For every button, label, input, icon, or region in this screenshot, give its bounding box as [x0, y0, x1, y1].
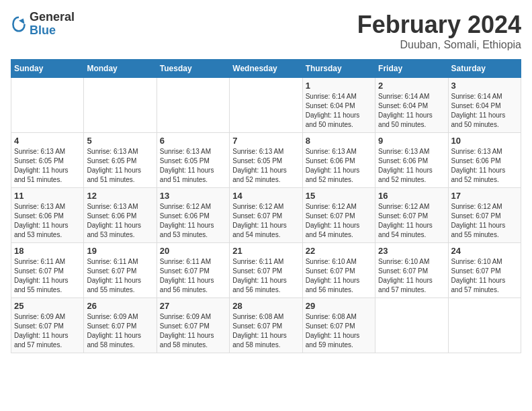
weekday-header-wednesday: Wednesday — [230, 60, 302, 78]
day-info: Sunrise: 6:13 AM Sunset: 6:06 PM Dayligh… — [87, 202, 153, 240]
weekday-header-row: SundayMondayTuesdayWednesdayThursdayFrid… — [11, 60, 521, 78]
day-info: Sunrise: 6:09 AM Sunset: 6:07 PM Dayligh… — [14, 312, 81, 350]
week-row-4: 25Sunrise: 6:09 AM Sunset: 6:07 PM Dayli… — [11, 298, 521, 353]
day-cell: 3Sunrise: 6:14 AM Sunset: 6:04 PM Daylig… — [448, 78, 521, 133]
day-info: Sunrise: 6:10 AM Sunset: 6:07 PM Dayligh… — [451, 257, 518, 295]
day-cell: 5Sunrise: 6:13 AM Sunset: 6:05 PM Daylig… — [84, 133, 157, 188]
day-number: 24 — [451, 246, 518, 256]
day-info: Sunrise: 6:13 AM Sunset: 6:05 PM Dayligh… — [232, 147, 299, 185]
day-cell: 26Sunrise: 6:09 AM Sunset: 6:07 PM Dayli… — [84, 298, 157, 353]
weekday-header-monday: Monday — [84, 60, 157, 78]
day-info: Sunrise: 6:08 AM Sunset: 6:07 PM Dayligh… — [232, 312, 299, 350]
weekday-header-saturday: Saturday — [448, 60, 521, 78]
logo-text: General Blue — [30, 11, 75, 38]
day-info: Sunrise: 6:12 AM Sunset: 6:07 PM Dayligh… — [306, 202, 372, 240]
day-number: 15 — [306, 191, 372, 201]
day-number: 25 — [14, 301, 81, 311]
day-cell: 23Sunrise: 6:10 AM Sunset: 6:07 PM Dayli… — [375, 243, 448, 298]
day-cell — [448, 298, 521, 353]
day-info: Sunrise: 6:14 AM Sunset: 6:04 PM Dayligh… — [306, 92, 372, 130]
day-number: 27 — [160, 301, 226, 311]
weekday-header-friday: Friday — [375, 60, 448, 78]
day-cell: 25Sunrise: 6:09 AM Sunset: 6:07 PM Dayli… — [11, 298, 84, 353]
logo: General Blue — [11, 11, 75, 38]
day-info: Sunrise: 6:12 AM Sunset: 6:06 PM Dayligh… — [160, 202, 226, 240]
logo-general: General — [30, 10, 75, 24]
day-number: 23 — [378, 246, 445, 256]
day-info: Sunrise: 6:11 AM Sunset: 6:07 PM Dayligh… — [14, 257, 81, 295]
day-cell: 4Sunrise: 6:13 AM Sunset: 6:05 PM Daylig… — [11, 133, 84, 188]
day-info: Sunrise: 6:08 AM Sunset: 6:07 PM Dayligh… — [306, 312, 372, 350]
day-number: 20 — [160, 246, 226, 256]
title-area: February 2024 Duuban, Somali, Ethiopia — [357, 11, 521, 51]
day-number: 11 — [14, 191, 81, 201]
day-number: 9 — [378, 136, 445, 146]
day-number: 2 — [378, 81, 445, 91]
day-number: 19 — [87, 246, 153, 256]
day-info: Sunrise: 6:11 AM Sunset: 6:07 PM Dayligh… — [232, 257, 299, 295]
calendar-table: SundayMondayTuesdayWednesdayThursdayFrid… — [11, 59, 521, 353]
weekday-header-tuesday: Tuesday — [157, 60, 229, 78]
day-cell: 18Sunrise: 6:11 AM Sunset: 6:07 PM Dayli… — [11, 243, 84, 298]
logo-icon — [11, 16, 27, 32]
day-info: Sunrise: 6:12 AM Sunset: 6:07 PM Dayligh… — [451, 202, 518, 240]
day-info: Sunrise: 6:13 AM Sunset: 6:06 PM Dayligh… — [306, 147, 372, 185]
day-info: Sunrise: 6:14 AM Sunset: 6:04 PM Dayligh… — [451, 92, 518, 130]
day-number: 7 — [232, 136, 299, 146]
day-cell: 11Sunrise: 6:13 AM Sunset: 6:06 PM Dayli… — [11, 188, 84, 243]
header: General Blue February 2024 Duuban, Somal… — [11, 11, 521, 51]
day-info: Sunrise: 6:12 AM Sunset: 6:07 PM Dayligh… — [378, 202, 445, 240]
day-cell: 28Sunrise: 6:08 AM Sunset: 6:07 PM Dayli… — [230, 298, 302, 353]
day-info: Sunrise: 6:10 AM Sunset: 6:07 PM Dayligh… — [306, 257, 372, 295]
day-cell: 16Sunrise: 6:12 AM Sunset: 6:07 PM Dayli… — [375, 188, 448, 243]
day-info: Sunrise: 6:13 AM Sunset: 6:05 PM Dayligh… — [14, 147, 81, 185]
day-cell: 9Sunrise: 6:13 AM Sunset: 6:06 PM Daylig… — [375, 133, 448, 188]
day-number: 13 — [160, 191, 226, 201]
day-cell: 27Sunrise: 6:09 AM Sunset: 6:07 PM Dayli… — [157, 298, 229, 353]
day-number: 4 — [14, 136, 81, 146]
day-info: Sunrise: 6:13 AM Sunset: 6:05 PM Dayligh… — [160, 147, 226, 185]
day-number: 26 — [87, 301, 153, 311]
day-cell — [375, 298, 448, 353]
day-number: 1 — [306, 81, 372, 91]
day-cell: 15Sunrise: 6:12 AM Sunset: 6:07 PM Dayli… — [302, 188, 375, 243]
day-number: 28 — [232, 301, 299, 311]
day-number: 10 — [451, 136, 518, 146]
logo-blue: Blue — [30, 24, 56, 37]
day-info: Sunrise: 6:09 AM Sunset: 6:07 PM Dayligh… — [160, 312, 226, 350]
day-number: 18 — [14, 246, 81, 256]
day-cell — [230, 78, 302, 133]
day-cell: 7Sunrise: 6:13 AM Sunset: 6:05 PM Daylig… — [230, 133, 302, 188]
day-number: 14 — [232, 191, 299, 201]
day-cell: 19Sunrise: 6:11 AM Sunset: 6:07 PM Dayli… — [84, 243, 157, 298]
day-cell: 20Sunrise: 6:11 AM Sunset: 6:07 PM Dayli… — [157, 243, 229, 298]
day-cell — [157, 78, 229, 133]
day-number: 21 — [232, 246, 299, 256]
day-cell — [11, 78, 84, 133]
week-row-2: 11Sunrise: 6:13 AM Sunset: 6:06 PM Dayli… — [11, 188, 521, 243]
day-info: Sunrise: 6:09 AM Sunset: 6:07 PM Dayligh… — [87, 312, 153, 350]
day-info: Sunrise: 6:13 AM Sunset: 6:05 PM Dayligh… — [87, 147, 153, 185]
day-number: 8 — [306, 136, 372, 146]
day-info: Sunrise: 6:12 AM Sunset: 6:07 PM Dayligh… — [232, 202, 299, 240]
day-cell: 2Sunrise: 6:14 AM Sunset: 6:04 PM Daylig… — [375, 78, 448, 133]
day-number: 3 — [451, 81, 518, 91]
day-cell: 10Sunrise: 6:13 AM Sunset: 6:06 PM Dayli… — [448, 133, 521, 188]
day-cell: 29Sunrise: 6:08 AM Sunset: 6:07 PM Dayli… — [302, 298, 375, 353]
day-cell: 13Sunrise: 6:12 AM Sunset: 6:06 PM Dayli… — [157, 188, 229, 243]
day-cell — [84, 78, 157, 133]
day-cell: 17Sunrise: 6:12 AM Sunset: 6:07 PM Dayli… — [448, 188, 521, 243]
day-info: Sunrise: 6:13 AM Sunset: 6:06 PM Dayligh… — [451, 147, 518, 185]
day-cell: 8Sunrise: 6:13 AM Sunset: 6:06 PM Daylig… — [302, 133, 375, 188]
week-row-3: 18Sunrise: 6:11 AM Sunset: 6:07 PM Dayli… — [11, 243, 521, 298]
day-number: 5 — [87, 136, 153, 146]
weekday-header-thursday: Thursday — [302, 60, 375, 78]
main-title: February 2024 — [357, 11, 521, 39]
day-info: Sunrise: 6:14 AM Sunset: 6:04 PM Dayligh… — [378, 92, 445, 130]
day-cell: 14Sunrise: 6:12 AM Sunset: 6:07 PM Dayli… — [230, 188, 302, 243]
day-number: 29 — [306, 301, 372, 311]
week-row-0: 1Sunrise: 6:14 AM Sunset: 6:04 PM Daylig… — [11, 78, 521, 133]
week-row-1: 4Sunrise: 6:13 AM Sunset: 6:05 PM Daylig… — [11, 133, 521, 188]
day-info: Sunrise: 6:11 AM Sunset: 6:07 PM Dayligh… — [87, 257, 153, 295]
day-cell: 1Sunrise: 6:14 AM Sunset: 6:04 PM Daylig… — [302, 78, 375, 133]
